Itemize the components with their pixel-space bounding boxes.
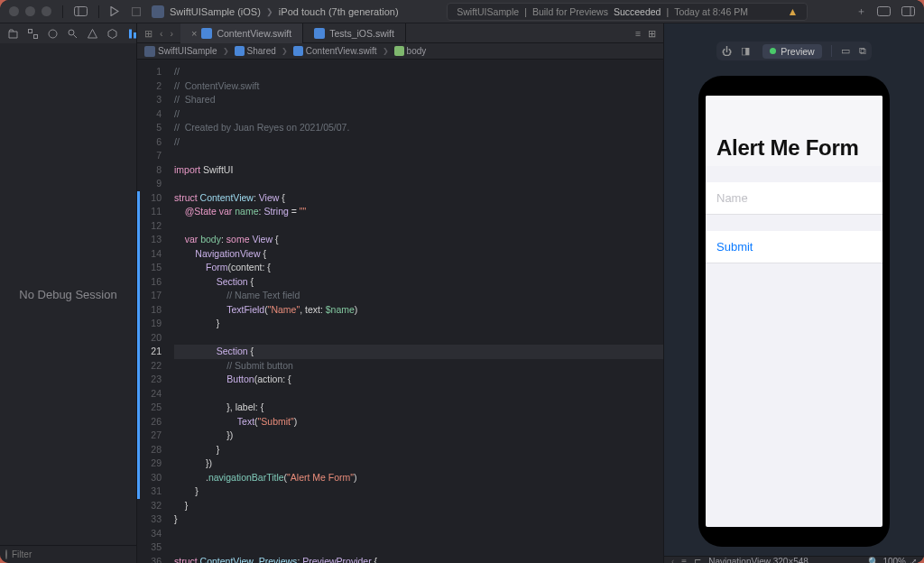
- canvas-breadcrumb[interactable]: NavigationView 320×548: [708, 557, 808, 563]
- traffic-close[interactable]: [9, 6, 19, 16]
- test-nav-icon[interactable]: [107, 29, 117, 39]
- symbol-nav-icon[interactable]: [48, 29, 58, 39]
- svg-rect-7: [34, 34, 38, 38]
- warning-icon[interactable]: ▲: [787, 5, 798, 18]
- swift-file-icon: [293, 46, 303, 56]
- debug-nav-icon[interactable]: [127, 29, 137, 39]
- add-editor-icon[interactable]: ＋: [856, 5, 866, 18]
- svg-rect-6: [29, 29, 32, 32]
- status-result: Succeeded: [614, 6, 661, 17]
- find-nav-icon[interactable]: [68, 29, 78, 39]
- stop-icon[interactable]: [132, 7, 141, 16]
- svg-rect-2: [133, 7, 141, 15]
- debug-navigator-empty: No Debug Session: [0, 43, 136, 545]
- navigator-selector[interactable]: [0, 23, 136, 43]
- traffic-lights[interactable]: [9, 6, 51, 16]
- canvas-minimap-icon[interactable]: ⊏: [694, 557, 701, 563]
- traffic-zoom[interactable]: [42, 6, 51, 16]
- issue-nav-icon[interactable]: [88, 29, 97, 39]
- name-text-field[interactable]: Name: [706, 182, 882, 215]
- zoom-in-icon[interactable]: ⤢: [910, 557, 917, 563]
- library-icon[interactable]: [877, 6, 891, 16]
- property-icon: [394, 46, 404, 56]
- source-control-nav-icon[interactable]: [28, 29, 38, 39]
- related-items-icon[interactable]: ⊞: [144, 28, 152, 39]
- live-dot-icon: [770, 48, 776, 54]
- status-action: Build for Previews: [532, 6, 608, 17]
- swift-file-icon: [314, 28, 325, 39]
- back-icon[interactable]: ‹: [160, 28, 163, 39]
- traffic-minimize[interactable]: [25, 6, 35, 16]
- run-icon[interactable]: [110, 6, 119, 16]
- tab-bar: ⊞ ‹ › × ContentView.swift Tests_iOS.swif…: [137, 23, 663, 43]
- preview-toolbar: ⏻ ◨ Preview ▭ ⧉: [716, 42, 871, 60]
- close-tab-icon[interactable]: ×: [191, 28, 197, 39]
- scheme-name: SwiftUISample (iOS): [170, 6, 261, 17]
- sidebar-toggle-icon[interactable]: [74, 6, 88, 16]
- live-preview-pill[interactable]: Preview: [762, 44, 821, 59]
- device-bezel: Alert Me Form Name Submit: [698, 76, 890, 547]
- canvas-back-icon[interactable]: ‹: [671, 557, 674, 563]
- project-nav-icon[interactable]: [8, 29, 18, 39]
- line-gutter[interactable]: 1234567891011121314151617181920212223242…: [142, 60, 167, 563]
- scheme-selector[interactable]: SwiftUISample (iOS) ❯ iPod touch (7th ge…: [152, 5, 399, 18]
- duplicate-preview-icon[interactable]: ⧉: [859, 45, 866, 57]
- status-project: SwiftUISample: [457, 6, 519, 17]
- app-icon: [144, 46, 155, 57]
- pin-icon[interactable]: ◨: [741, 45, 750, 57]
- swift-file-icon: [201, 28, 212, 39]
- nav-title: Alert Me Form: [716, 135, 872, 161]
- app-icon: [152, 5, 164, 18]
- canvas-options-icon[interactable]: ≡: [681, 557, 687, 563]
- tab-tests-ios[interactable]: Tests_iOS.swift: [303, 23, 406, 43]
- device-settings-icon[interactable]: ▭: [841, 45, 850, 57]
- inspectors-toggle-icon[interactable]: [901, 6, 915, 16]
- tab-contentview[interactable]: × ContentView.swift: [180, 23, 303, 43]
- navigation-bar: Alert Me Form: [706, 96, 882, 166]
- zoom-level[interactable]: 100%: [882, 557, 906, 563]
- filter-scope-icon[interactable]: [5, 549, 7, 559]
- filter-input[interactable]: [12, 549, 126, 559]
- jump-bar[interactable]: SwiftUISample ❯ Shared ❯ ContentView.swi…: [137, 43, 663, 60]
- svg-rect-11: [129, 29, 132, 38]
- forward-icon[interactable]: ›: [171, 28, 174, 39]
- activity-status[interactable]: SwiftUISample | Build for Previews Succe…: [447, 3, 808, 21]
- chevron-right-icon: ❯: [266, 7, 273, 16]
- svg-rect-0: [75, 7, 88, 16]
- submit-button[interactable]: Submit: [706, 231, 882, 263]
- code-editor[interactable]: 1234567891011121314151617181920212223242…: [137, 60, 663, 563]
- svg-point-8: [49, 30, 57, 38]
- folder-icon: [235, 46, 245, 56]
- status-time: Today at 8:46 PM: [674, 6, 748, 17]
- device-name: iPod touch (7th generation): [279, 6, 399, 17]
- svg-line-10: [74, 34, 78, 38]
- editor-options-icon[interactable]: ≡: [635, 28, 641, 39]
- zoom-out-icon[interactable]: 🔍: [868, 557, 879, 563]
- preview-canvas[interactable]: ⏻ ◨ Preview ▭ ⧉ Alert Me Form: [664, 23, 924, 556]
- svg-rect-4: [902, 7, 915, 16]
- svg-rect-12: [134, 32, 136, 39]
- simulator-screen[interactable]: Alert Me Form Name Submit: [706, 96, 882, 527]
- titlebar: SwiftUISample (iOS) ❯ iPod touch (7th ge…: [0, 0, 924, 23]
- adjust-editor-icon[interactable]: ⊞: [648, 28, 656, 39]
- svg-rect-3: [878, 7, 891, 16]
- power-icon[interactable]: ⏻: [722, 46, 732, 57]
- svg-point-9: [69, 30, 74, 35]
